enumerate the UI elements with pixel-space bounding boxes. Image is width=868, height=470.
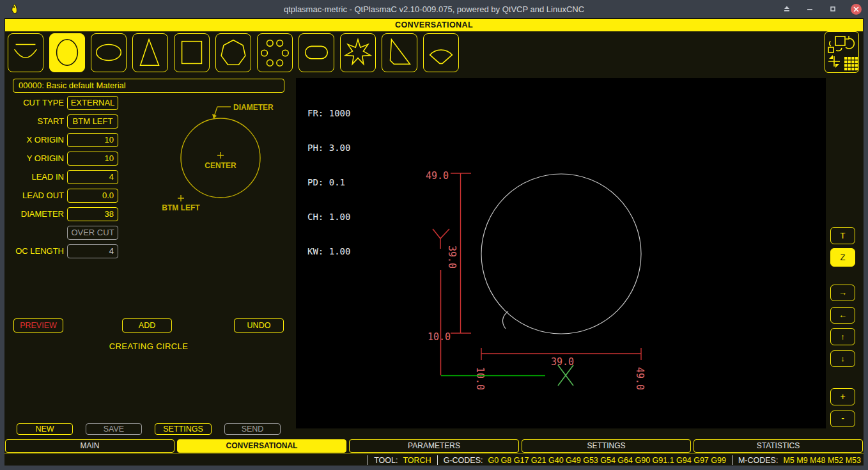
- statusbar-divider: [368, 455, 368, 465]
- circle-shape-icon: [50, 33, 84, 72]
- zoom-out-button[interactable]: -: [830, 411, 855, 427]
- over-cut-button[interactable]: OVER CUT: [67, 226, 118, 240]
- triangle-shape-icon: [133, 33, 167, 72]
- cut-parameters-readout: FR: 1000 PH: 3.00 PD: 0.1 CH: 1.00 KW: 1…: [307, 84, 350, 280]
- polygon-shape-icon: [216, 33, 251, 72]
- preview-button[interactable]: PREVIEW: [13, 318, 63, 333]
- diagram-diameter-label: DIAMETER: [233, 103, 274, 112]
- app-window: qtplasmac-metric - QtPlasmaC v2.10-009.0…: [0, 0, 868, 470]
- oc-length-label: OC LENGTH: [4, 244, 64, 258]
- dim-y-bottom: 10.0: [428, 331, 451, 343]
- start-position-button[interactable]: BTM LEFT: [67, 114, 118, 129]
- x-axis-icon: [558, 365, 573, 386]
- add-button[interactable]: ADD: [122, 318, 172, 333]
- pan-right-button[interactable]: →: [830, 285, 855, 301]
- window-title: qtplasmac-metric - QtPlasmaC v2.10-009.0…: [0, 4, 868, 14]
- shape-button-line-arc[interactable]: [8, 33, 43, 72]
- ellipse-shape-icon: [91, 33, 126, 72]
- lead-in-input[interactable]: 4: [67, 170, 118, 184]
- lead-in-label: LEAD IN: [4, 170, 64, 184]
- shape-button-rectangle[interactable]: [174, 33, 210, 72]
- cut-height-value: CH: 1.00: [307, 211, 350, 223]
- mcodes-label: M-CODES:: [738, 456, 779, 465]
- zoom-z-button[interactable]: Z: [830, 248, 855, 267]
- shape-button-sector[interactable]: [423, 33, 459, 72]
- status-bar: TOOL: TORCH G-CODES: G0 G8 G17 G21 G40 G…: [4, 453, 864, 466]
- lead-out-label: LEAD OUT: [4, 189, 64, 203]
- close-window-icon[interactable]: [851, 4, 862, 15]
- shape-button-star[interactable]: [340, 33, 376, 72]
- titlebar: qtplasmac-metric - QtPlasmaC v2.10-009.0…: [0, 0, 868, 18]
- shape-button-slot[interactable]: [298, 33, 334, 72]
- shape-button-triangle[interactable]: [132, 33, 168, 72]
- restore-window-icon[interactable]: [828, 4, 838, 14]
- x-origin-label: X ORIGIN: [4, 133, 64, 147]
- send-button[interactable]: SEND: [224, 423, 281, 435]
- shape-button-gusset[interactable]: [382, 33, 417, 72]
- btm-left-cross-icon: [178, 195, 184, 201]
- dim-y-top: 49.0: [426, 170, 449, 182]
- main-panel: CONVERSATIONAL: [4, 18, 864, 466]
- shape-button-circle[interactable]: [49, 33, 85, 72]
- cut-type-label: CUT TYPE: [4, 96, 64, 110]
- new-button[interactable]: NEW: [17, 423, 73, 435]
- minimize-window-icon[interactable]: [805, 4, 815, 14]
- line-arc-shape-icon: [8, 33, 43, 72]
- pan-down-button[interactable]: ↓: [830, 350, 855, 367]
- diagram-center-label: CENTER: [205, 161, 236, 170]
- diameter-label: DIAMETER: [4, 207, 64, 221]
- mcodes-value: M5 M9 M48 M52 M53: [783, 456, 861, 465]
- material-t-button[interactable]: T: [830, 227, 855, 244]
- tool-status: TOOL: TORCH: [374, 456, 431, 465]
- shape-button-polygon[interactable]: [215, 33, 251, 72]
- undo-button[interactable]: UNDO: [234, 318, 284, 333]
- shape-help-diagram: DIAMETER CENTER BTM LEFT: [116, 79, 295, 239]
- zoom-in-button[interactable]: +: [830, 388, 855, 405]
- conversational-header: CONVERSATIONAL: [5, 19, 863, 31]
- tool-value: TORCH: [403, 456, 431, 465]
- tab-main[interactable]: MAIN: [5, 439, 174, 453]
- pan-up-button[interactable]: ↑: [830, 328, 855, 345]
- save-button[interactable]: SAVE: [86, 423, 142, 435]
- diameter-input[interactable]: 38: [67, 207, 118, 221]
- tab-settings[interactable]: SETTINGS: [522, 439, 691, 453]
- statusbar-divider: [732, 455, 732, 465]
- shape-transform-button[interactable]: [825, 31, 859, 73]
- start-label: START: [4, 114, 64, 129]
- y-origin-input[interactable]: 10: [67, 152, 118, 166]
- oc-length-input[interactable]: 4: [67, 244, 118, 258]
- sector-shape-icon: [424, 33, 458, 72]
- dim-x-left: 10.0: [474, 367, 486, 390]
- circle-cut-path: [481, 174, 641, 334]
- gcodes-status: G-CODES: G0 G8 G17 G21 G40 G49 G53 G54 G…: [444, 456, 726, 465]
- conversational-status-text: CREATING CIRCLE: [13, 341, 284, 351]
- star-shape-icon: [341, 33, 375, 72]
- dim-x-right: 49.0: [634, 367, 646, 390]
- pierce-height-value: PH: 3.00: [307, 142, 350, 153]
- lead-out-input[interactable]: 0.0: [67, 189, 118, 203]
- gcodes-value: G0 G8 G17 G21 G40 G49 G53 G54 G64 G90 G9…: [488, 456, 725, 465]
- pan-left-button[interactable]: ←: [830, 307, 855, 324]
- preview-plot: 49.0 39.0 10.0 10.0 39.0 49.0: [296, 78, 826, 428]
- feed-rate-value: FR: 1000: [307, 107, 350, 119]
- gcode-preview-canvas[interactable]: FR: 1000 PH: 3.00 PD: 0.1 CH: 1.00 KW: 1…: [296, 78, 826, 428]
- cut-type-button[interactable]: EXTERNAL: [67, 96, 118, 110]
- mcodes-status: M-CODES: M5 M9 M48 M52 M53: [738, 456, 861, 465]
- shape-button-bolt-circle[interactable]: [257, 33, 293, 72]
- kerf-width-value: KW: 1.00: [307, 246, 350, 257]
- scale-rotate-mirror-array-icon: [826, 33, 858, 72]
- shade-window-icon[interactable]: [782, 4, 792, 14]
- dim-y-mid: 39.0: [446, 246, 458, 269]
- diagram-btm-left-label: BTM LEFT: [162, 203, 200, 212]
- gcodes-label: G-CODES:: [444, 456, 483, 465]
- tab-parameters[interactable]: PARAMETERS: [349, 439, 519, 453]
- tab-statistics[interactable]: STATISTICS: [694, 439, 863, 453]
- slot-shape-icon: [299, 33, 334, 72]
- shape-button-ellipse[interactable]: [91, 33, 127, 72]
- tool-label: TOOL:: [374, 456, 398, 465]
- settings-button[interactable]: SETTINGS: [155, 423, 212, 435]
- y-origin-label: Y ORIGIN: [4, 152, 64, 166]
- center-cross-icon: [217, 152, 224, 159]
- tab-conversational[interactable]: CONVERSATIONAL: [177, 439, 346, 453]
- x-origin-input[interactable]: 10: [67, 133, 118, 147]
